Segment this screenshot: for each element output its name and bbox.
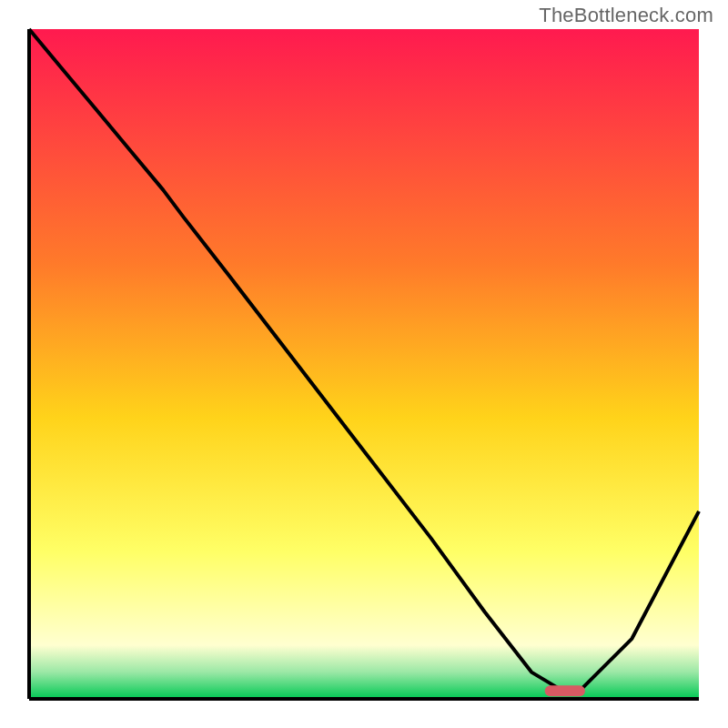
- chart-stage: TheBottleneck.com: [0, 0, 728, 728]
- chart-svg: [0, 0, 728, 728]
- optimal-marker: [545, 685, 585, 696]
- plot-background: [29, 29, 699, 699]
